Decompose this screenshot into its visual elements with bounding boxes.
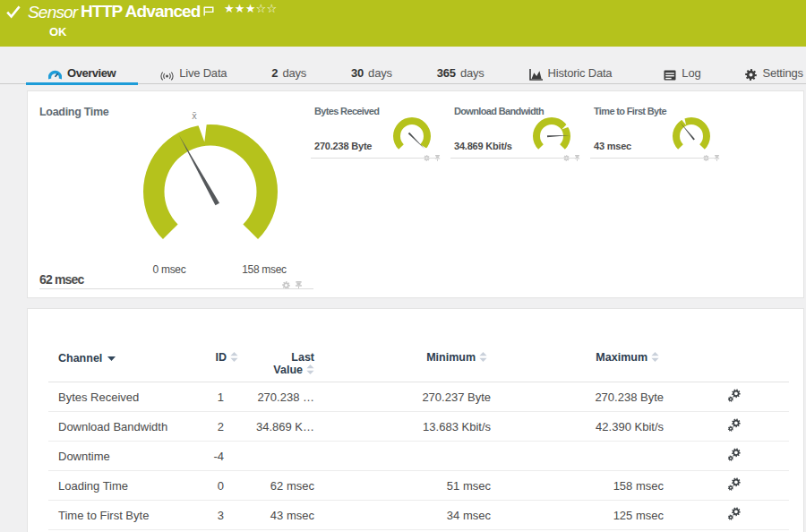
table-row[interactable]: Loading Time 0 62 msec 51 msec 158 msec (48, 471, 789, 501)
tab-label: Overview (67, 66, 116, 80)
channel-settings-gears-icon[interactable] (727, 448, 741, 461)
tab-bar: Overview Live Data 2 days 30 days 365 da… (0, 47, 806, 84)
sort-icon (479, 352, 487, 365)
cell-actions (679, 442, 789, 471)
sensor-header: Sensor HTTP Advanced ★★★☆☆ OK (0, 0, 806, 47)
channel-settings-gears-icon[interactable] (727, 418, 741, 432)
cell-last-value: 62 msec (239, 471, 330, 501)
tab-overview[interactable]: Overview (26, 47, 138, 85)
cell-channel[interactable]: Download Bandwidth (48, 412, 207, 442)
cell-minimum: 51 msec (330, 471, 506, 501)
gauge-title-loading-time: Loading Time (39, 106, 108, 118)
download-bandwidth-value: 34.869 Kbit/s (454, 141, 512, 151)
panel-actions (563, 149, 580, 165)
channel-table: Channel ID Last Value Minimum Maximum By… (48, 351, 789, 530)
gauge-scale-min: 0 msec (133, 263, 205, 276)
pin-icon[interactable] (295, 277, 303, 293)
channel-settings-gears-icon[interactable] (727, 477, 741, 491)
column-header-maximum[interactable]: Maximum (506, 351, 679, 382)
tab-number: 365 (437, 66, 456, 80)
cell-maximum: 42.390 Kbit/s (506, 412, 679, 442)
cell-last-value: 270.238 … (239, 382, 330, 412)
cell-channel[interactable]: Loading Time (48, 471, 207, 501)
tab-log[interactable]: Log (641, 47, 723, 83)
cell-actions (679, 501, 789, 530)
bytes-received-value: 270.238 Byte (314, 141, 372, 151)
tab-30-days[interactable]: 30 days (329, 47, 415, 83)
table-row[interactable]: Time to First Byte 3 43 msec 34 msec 125… (48, 501, 789, 530)
sort-desc-icon (107, 351, 116, 364)
bytes-received-panel: Bytes Received 270.238 Byte (309, 91, 449, 159)
cell-minimum (330, 442, 506, 471)
gauge-settings-gear-icon[interactable] (424, 149, 430, 165)
cell-divider (39, 288, 313, 289)
cell-id: -4 (207, 442, 239, 471)
pin-icon[interactable] (574, 149, 580, 165)
sort-icon (651, 352, 659, 365)
log-icon (664, 70, 676, 81)
flag-icon[interactable] (203, 4, 214, 20)
channel-settings-gears-icon[interactable] (727, 507, 741, 520)
cell-last-value: 34.869 K… (239, 412, 330, 442)
time-to-first-byte-panel: Time to First Byte 43 msec (588, 91, 728, 159)
sensor-name: HTTP Advanced (81, 2, 201, 21)
pin-icon[interactable] (714, 149, 720, 165)
cell-id: 1 (207, 382, 239, 412)
loading-time-gauge (133, 115, 287, 269)
cell-maximum: 158 msec (506, 471, 679, 501)
table-row[interactable]: Download Bandwidth 2 34.869 K… 13.683 Kb… (48, 412, 789, 442)
cell-maximum: 270.238 Byte (506, 382, 679, 412)
time-to-first-byte-value: 43 msec (594, 141, 631, 151)
sort-icon (230, 352, 238, 365)
gauge-settings-gear-icon[interactable] (703, 149, 709, 165)
tab-365-days[interactable]: 365 days (415, 47, 507, 83)
table-row[interactable]: Bytes Received 1 270.238 … 270.237 Byte … (48, 382, 789, 412)
cell-channel[interactable]: Downtime (48, 442, 207, 471)
tab-settings[interactable]: Settings (723, 47, 806, 83)
cell-actions (679, 471, 789, 501)
cell-channel[interactable]: Time to First Byte (48, 501, 207, 530)
column-header-minimum[interactable]: Minimum (330, 351, 506, 382)
tab-label: Historic Data (548, 66, 613, 80)
tab-historic-data[interactable]: Historic Data (507, 47, 635, 83)
tab-label: days (460, 66, 484, 80)
gauge-title-time-to-first-byte: Time to First Byte (594, 106, 666, 116)
loading-time-value: 62 msec (39, 272, 83, 287)
cell-minimum: 270.237 Byte (330, 382, 506, 412)
tab-label: Live Data (179, 66, 227, 80)
column-header-channel[interactable]: Channel (48, 351, 207, 382)
table-row[interactable]: Downtime -4 (48, 442, 789, 471)
column-header-last-value[interactable]: Last Value (239, 351, 330, 382)
cell-maximum (506, 442, 679, 471)
status-check-icon (6, 5, 21, 22)
cell-actions (679, 412, 789, 442)
panel-actions (424, 149, 441, 165)
cell-maximum: 125 msec (506, 501, 679, 530)
gauge-settings-gear-icon[interactable] (563, 149, 570, 165)
gauge-settings-gear-icon[interactable] (282, 277, 290, 293)
pin-icon[interactable] (434, 149, 441, 165)
cell-last-value (239, 442, 330, 471)
sensor-status: OK (49, 25, 67, 39)
sensor-type-label: Sensor (28, 3, 77, 22)
gauge-icon (48, 69, 62, 81)
channel-table-panel: Channel ID Last Value Minimum Maximum By… (27, 308, 804, 532)
tab-2-days[interactable]: 2 days (249, 47, 329, 83)
column-header-id[interactable]: ID (207, 351, 239, 382)
gauge-scale-max: 158 msec (228, 263, 300, 276)
cell-divider (450, 158, 579, 159)
cell-channel[interactable]: Bytes Received (48, 382, 207, 412)
channel-settings-gears-icon[interactable] (727, 389, 741, 402)
tab-live-data[interactable]: Live Data (138, 47, 249, 83)
cell-id: 3 (207, 501, 239, 530)
cell-id: 0 (207, 471, 239, 501)
cell-divider (590, 158, 719, 159)
cell-minimum: 13.683 Kbit/s (330, 412, 506, 442)
priority-stars[interactable]: ★★★☆☆ (224, 2, 277, 15)
tab-number: 2 (271, 66, 278, 80)
tab-label: days (368, 66, 392, 80)
download-bandwidth-panel: Download Bandwidth 34.869 Kbit/s (449, 91, 588, 159)
tab-label: Settings (762, 66, 802, 80)
tab-label: Log (682, 66, 700, 80)
cell-id: 2 (207, 412, 239, 442)
